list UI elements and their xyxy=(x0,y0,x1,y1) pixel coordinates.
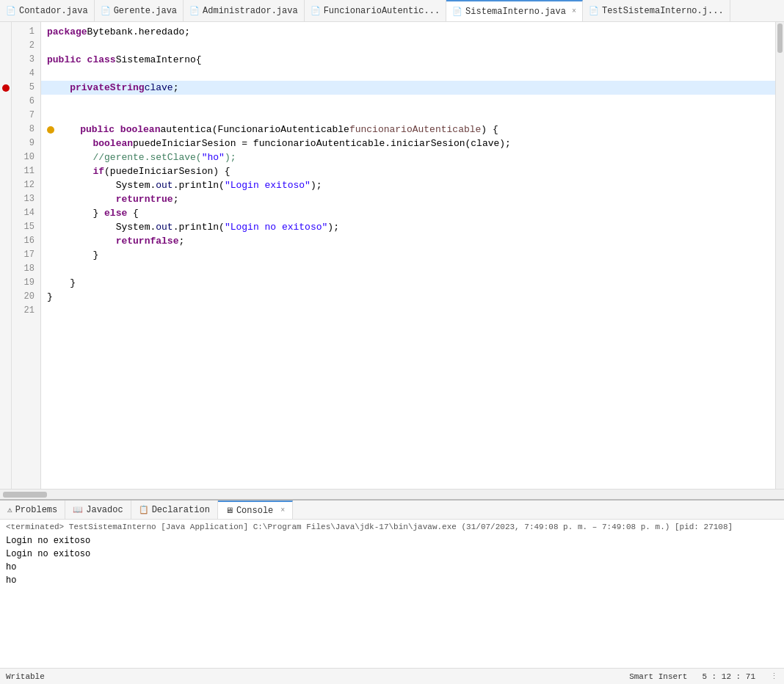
gutter-line-1 xyxy=(0,25,11,39)
bottom-tabs: ⚠Problems📖Javadoc📋Declaration🖥Console× xyxy=(0,501,784,520)
console-header: <terminated> TestSistemaInterno [Java Ap… xyxy=(6,523,778,531)
line-num-17: 17 xyxy=(15,248,35,262)
status-position: 5 : 12 : 71 xyxy=(702,672,755,681)
console-line: ho xyxy=(6,561,778,574)
code-line-16[interactable]: return false; xyxy=(41,234,775,248)
console-content: <terminated> TestSistemaInterno [Java Ap… xyxy=(0,520,784,668)
bottom-tab-label-problems: Problems xyxy=(15,505,58,515)
tab-contador[interactable]: 📄Contador.java xyxy=(0,0,95,21)
tab-icon-gerente: 📄 xyxy=(101,6,111,15)
gutter-line-14 xyxy=(0,206,11,220)
code-line-1[interactable]: package Bytebank.heredado; xyxy=(41,25,775,39)
gutter-line-21 xyxy=(0,304,11,318)
tab-label-funcionario: FuncionarioAutentic... xyxy=(324,6,440,16)
tab-label-administrador: Administrador.java xyxy=(203,6,298,16)
tab-icon-contador: 📄 xyxy=(6,6,16,15)
console-line: Login no exitoso xyxy=(6,534,778,547)
code-line-6[interactable] xyxy=(41,95,775,109)
line-num-1: 1 xyxy=(15,25,35,39)
line-num-20: 20 xyxy=(15,290,35,304)
tab-funcionario[interactable]: 📄FuncionarioAutentic... xyxy=(305,0,446,21)
status-insert-mode: Smart Insert xyxy=(629,672,687,681)
code-line-12[interactable]: System.out.println("Login exitoso"); xyxy=(41,178,775,192)
tab-icon-administrador: 📄 xyxy=(189,6,200,15)
code-line-19[interactable]: } xyxy=(41,276,775,290)
line-num-9: 9 xyxy=(15,137,35,150)
gutter-line-9 xyxy=(0,137,11,150)
tab-gerente[interactable]: 📄Gerente.java xyxy=(95,0,184,21)
code-content[interactable]: package Bytebank.heredado; public class … xyxy=(41,22,775,489)
gutter-line-19 xyxy=(0,276,11,290)
bottom-tab-icon-declaration: 📋 xyxy=(139,505,149,514)
gutter-line-2 xyxy=(0,39,11,53)
code-line-17[interactable]: } xyxy=(41,248,775,262)
scrollbar-thumb[interactable] xyxy=(777,23,783,53)
tab-label-contador: Contador.java xyxy=(19,6,88,16)
gutter-line-3 xyxy=(0,53,11,67)
gutter-line-16 xyxy=(0,234,11,248)
gutter-line-4 xyxy=(0,67,11,81)
code-line-5[interactable]: private String clave; xyxy=(41,81,775,95)
gutter-line-20 xyxy=(0,290,11,304)
bottom-panel: ⚠Problems📖Javadoc📋Declaration🖥Console× <… xyxy=(0,499,784,668)
code-line-20[interactable]: } xyxy=(41,290,775,304)
line-num-21: 21 xyxy=(15,304,35,318)
tab-sistemainterno[interactable]: 📄SistemaInterno.java× xyxy=(446,0,583,21)
code-line-21[interactable] xyxy=(41,304,775,318)
line-num-2: 2 xyxy=(15,39,35,53)
bottom-tab-label-declaration: Declaration xyxy=(152,505,210,515)
gutter-line-10 xyxy=(0,150,11,164)
code-line-18[interactable] xyxy=(41,262,775,276)
bottom-tab-close-console[interactable]: × xyxy=(280,506,285,514)
gutter xyxy=(0,22,12,489)
scrollbar-vertical[interactable] xyxy=(775,22,784,489)
line-num-16: 16 xyxy=(15,234,35,248)
editor-container: 123456789101112131415161718192021 packag… xyxy=(0,22,784,499)
h-scroll-thumb[interactable] xyxy=(3,492,47,498)
line-numbers: 123456789101112131415161718192021 xyxy=(12,22,41,489)
tab-close-sistemainterno[interactable]: × xyxy=(572,7,576,15)
code-line-15[interactable]: System.out.println("Login no exitoso"); xyxy=(41,220,775,234)
tab-administrador[interactable]: 📄Administrador.java xyxy=(184,0,305,21)
breakpoint-5[interactable] xyxy=(2,84,10,92)
code-line-9[interactable]: boolean puedeIniciarSesion = funcionario… xyxy=(41,137,775,150)
line-num-7: 7 xyxy=(15,109,35,123)
h-scroll-container[interactable] xyxy=(0,489,784,499)
code-line-3[interactable]: public class SistemaInterno { xyxy=(41,53,775,67)
line-num-5: 5 xyxy=(15,81,35,95)
code-line-11[interactable]: if(puedeIniciarSesion) { xyxy=(41,164,775,178)
editor-main: 123456789101112131415161718192021 packag… xyxy=(0,22,784,499)
code-line-2[interactable] xyxy=(41,39,775,53)
code-line-4[interactable] xyxy=(41,67,775,81)
code-line-8[interactable]: public boolean autentica(FuncionarioAute… xyxy=(41,123,775,137)
gutter-line-8 xyxy=(0,123,11,137)
tab-label-gerente: Gerente.java xyxy=(114,6,177,16)
line-num-11: 11 xyxy=(15,164,35,178)
method-indicator xyxy=(47,126,54,134)
tab-testsistemainterno[interactable]: 📄TestSistemaInterno.j... xyxy=(583,0,730,21)
bottom-tab-problems[interactable]: ⚠Problems xyxy=(0,501,65,519)
status-extra: ⋮ xyxy=(770,672,778,681)
bottom-tab-icon-javadoc: 📖 xyxy=(73,505,83,514)
gutter-line-13 xyxy=(0,192,11,206)
status-writable: Writable xyxy=(6,672,45,681)
gutter-line-11 xyxy=(0,164,11,178)
tab-label-testsistemainterno: TestSistemaInterno.j... xyxy=(602,6,724,16)
line-num-6: 6 xyxy=(15,95,35,109)
code-line-13[interactable]: return true; xyxy=(41,192,775,206)
bottom-tab-declaration[interactable]: 📋Declaration xyxy=(131,501,218,519)
bottom-tab-console[interactable]: 🖥Console× xyxy=(218,501,293,519)
tab-icon-testsistemainterno: 📄 xyxy=(589,6,599,15)
code-area: 123456789101112131415161718192021 packag… xyxy=(0,22,784,489)
status-bar: Writable Smart Insert 5 : 12 : 71 ⋮ xyxy=(0,668,784,684)
console-line: Login no exitoso xyxy=(6,547,778,561)
gutter-line-7 xyxy=(0,109,11,123)
bottom-tab-javadoc[interactable]: 📖Javadoc xyxy=(65,501,131,519)
bottom-tab-icon-problems: ⚠ xyxy=(7,505,12,514)
line-num-15: 15 xyxy=(15,220,35,234)
code-line-14[interactable]: } else { xyxy=(41,206,775,220)
code-line-10[interactable]: //gerente.setClave("ho"); xyxy=(41,150,775,164)
code-line-7[interactable] xyxy=(41,109,775,123)
bottom-tab-icon-console: 🖥 xyxy=(225,506,233,515)
tab-bar: 📄Contador.java📄Gerente.java📄Administrado… xyxy=(0,0,784,22)
